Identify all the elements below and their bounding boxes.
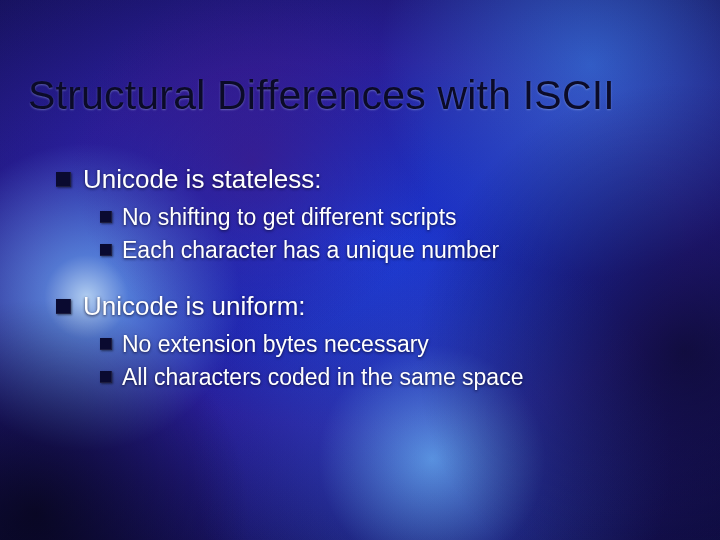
slide-title: Structural Differences with ISCII [28, 72, 692, 119]
bullet-level2: All characters coded in the same space [100, 362, 676, 392]
bullet-level1: Unicode is uniform: [56, 289, 676, 323]
bullet-level2: No shifting to get different scripts [100, 202, 676, 232]
bullet-square-icon [100, 211, 112, 223]
bullet-square-icon [56, 172, 71, 187]
bullet-text: Unicode is uniform: [83, 289, 676, 323]
bullet-level2: Each character has a unique number [100, 235, 676, 265]
bullet-text: All characters coded in the same space [122, 362, 676, 392]
bullet-square-icon [56, 299, 71, 314]
slide: Structural Differences with ISCII Unicod… [0, 0, 720, 540]
spacer [56, 267, 676, 289]
bullet-square-icon [100, 371, 112, 383]
bullet-text: Each character has a unique number [122, 235, 676, 265]
bullet-level1: Unicode is stateless: [56, 162, 676, 196]
bullet-square-icon [100, 244, 112, 256]
slide-body: Unicode is stateless: No shifting to get… [56, 162, 676, 394]
bullet-text: No shifting to get different scripts [122, 202, 676, 232]
bullet-square-icon [100, 338, 112, 350]
bullet-level2: No extension bytes necessary [100, 329, 676, 359]
bullet-text: No extension bytes necessary [122, 329, 676, 359]
bullet-text: Unicode is stateless: [83, 162, 676, 196]
